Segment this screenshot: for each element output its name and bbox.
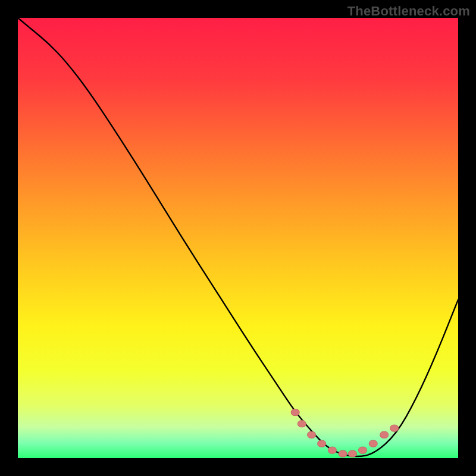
highlight-marker [348, 450, 356, 457]
highlight-marker [328, 447, 336, 453]
highlight-marker [390, 425, 399, 431]
highlight-marker [358, 447, 367, 453]
highlight-marker [380, 431, 389, 438]
bottleneck-chart [0, 0, 476, 476]
highlight-marker [339, 450, 347, 457]
highlight-marker [291, 409, 299, 416]
highlight-marker [369, 440, 377, 447]
highlight-marker [318, 440, 326, 447]
highlight-marker [298, 421, 306, 427]
chart-stage: TheBottleneck.com [0, 0, 476, 476]
highlight-marker [308, 431, 316, 438]
